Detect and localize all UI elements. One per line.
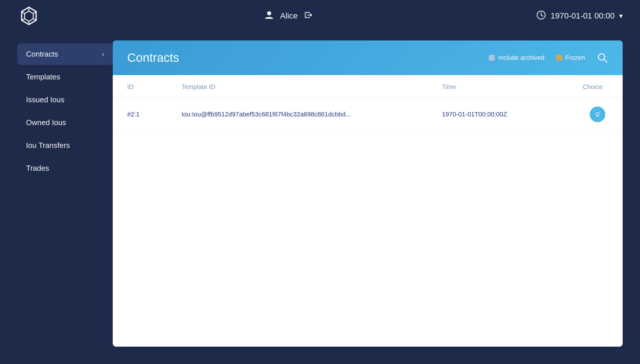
sidebar-item-label: Templates <box>26 73 60 81</box>
sidebar-item-iou-transfers[interactable]: Iou Transfers <box>17 135 113 156</box>
svg-point-14 <box>594 111 601 118</box>
main-content: Contracts › Templates Issued Ious Owned … <box>0 32 640 364</box>
contracts-panel: Contracts Include archived Frozen <box>113 40 623 347</box>
clock-icon <box>536 10 546 22</box>
chevron-right-icon: › <box>102 51 104 58</box>
svg-line-13 <box>604 59 607 62</box>
cell-choice <box>551 98 623 131</box>
sidebar-item-templates[interactable]: Templates <box>17 66 113 88</box>
logout-button[interactable] <box>304 10 313 22</box>
sidebar-item-label: Contracts <box>26 50 58 59</box>
choice-action-button[interactable] <box>590 107 605 122</box>
svg-point-8 <box>267 11 271 15</box>
navbar-right: 1970-01-01 00:00 ▾ <box>536 10 623 22</box>
frozen-filter[interactable]: Frozen <box>556 54 585 62</box>
col-header-time: Time <box>428 75 551 98</box>
username-label: Alice <box>280 11 298 21</box>
svg-line-11 <box>541 15 543 16</box>
sidebar-item-label: Owned Ious <box>26 118 66 127</box>
search-button[interactable] <box>597 52 608 64</box>
frozen-checkbox[interactable] <box>556 55 562 61</box>
col-header-choice: Choice <box>551 75 623 98</box>
panel-header-controls: Include archived Frozen <box>489 52 608 64</box>
svg-point-15 <box>597 116 598 117</box>
navbar-left <box>17 4 40 27</box>
datetime-chevron-icon[interactable]: ▾ <box>619 12 623 20</box>
contracts-table: ID Template ID Time Choice #2:1 Iou:Iou@… <box>113 75 623 131</box>
sidebar-item-trades[interactable]: Trades <box>17 157 113 179</box>
panel-header: Contracts Include archived Frozen <box>113 40 623 75</box>
col-header-template-id: Template ID <box>167 75 428 98</box>
table-row[interactable]: #2:1 Iou:Iou@ffb9512d97abef53c681f67f4bc… <box>113 98 623 131</box>
include-archived-checkbox[interactable] <box>489 55 495 61</box>
include-archived-label: Include archived <box>498 54 544 62</box>
panel-body: ID Template ID Time Choice #2:1 Iou:Iou@… <box>113 75 623 347</box>
frozen-label: Frozen <box>565 54 585 62</box>
sidebar-item-label: Issued Ious <box>26 95 64 104</box>
include-archived-filter[interactable]: Include archived <box>489 54 544 62</box>
app-logo[interactable] <box>17 4 40 27</box>
user-icon <box>264 10 274 22</box>
navbar: Alice 1970-01-01 00:00 ▾ <box>0 0 640 32</box>
sidebar-item-contracts[interactable]: Contracts › <box>17 43 113 65</box>
svg-marker-1 <box>25 11 33 21</box>
datetime-display[interactable]: 1970-01-01 00:00 <box>551 11 615 21</box>
col-header-id: ID <box>113 75 167 98</box>
sidebar-item-issued-ious[interactable]: Issued Ious <box>17 89 113 111</box>
sidebar-item-label: Trades <box>26 164 49 173</box>
sidebar-item-owned-ious[interactable]: Owned Ious <box>17 112 113 133</box>
panel-title: Contracts <box>127 51 179 65</box>
navbar-center: Alice <box>264 10 313 22</box>
sidebar: Contracts › Templates Issued Ious Owned … <box>17 40 113 347</box>
cell-template-id: Iou:Iou@ffb9512d97abef53c681f67f4bc32a69… <box>167 98 428 131</box>
table-header-row: ID Template ID Time Choice <box>113 75 623 98</box>
sidebar-item-label: Iou Transfers <box>26 141 70 150</box>
cell-time: 1970-01-01T00:00:00Z <box>428 98 551 131</box>
cell-id: #2:1 <box>113 98 167 131</box>
